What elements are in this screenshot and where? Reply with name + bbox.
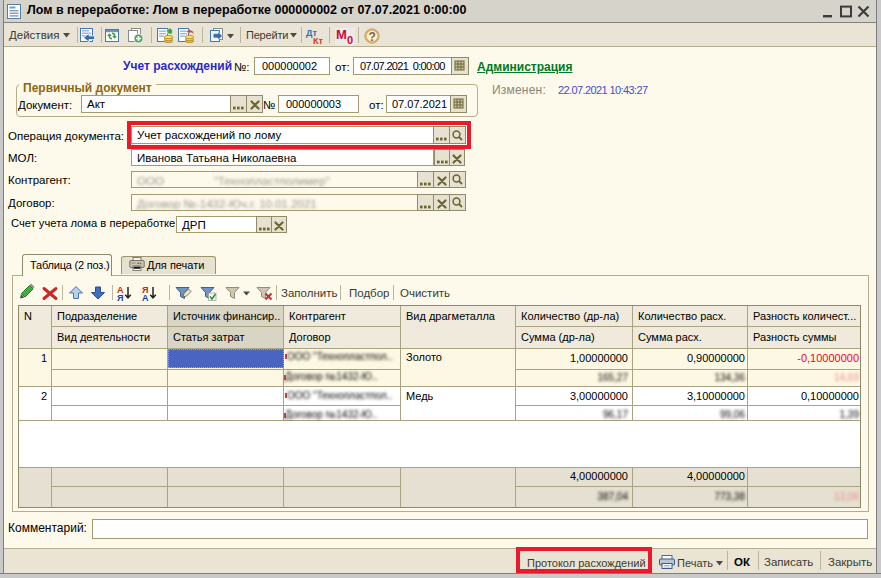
svg-text:0: 0 [347, 34, 353, 45]
svg-text:Кт: Кт [313, 36, 323, 45]
svg-text:?: ? [368, 30, 375, 44]
svg-text:А: А [142, 293, 149, 302]
svg-text:М: М [336, 28, 347, 42]
svg-text:Я: Я [117, 293, 123, 302]
